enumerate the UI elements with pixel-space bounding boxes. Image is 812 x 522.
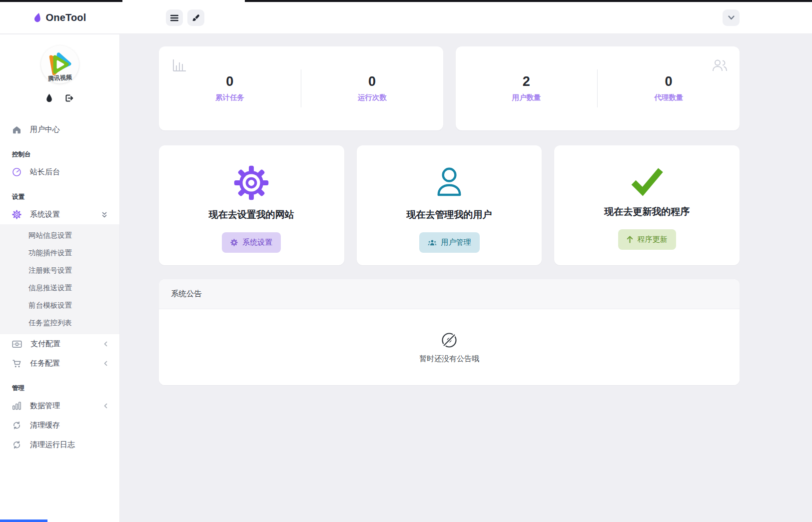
user-dropdown-button[interactable]: [723, 9, 740, 26]
system-settings-submenu: 网站信息设置 功能插件设置 注册账号设置 信息推送设置 前台模板设置 任务监控列…: [0, 224, 119, 334]
announcement-title: 系统公告: [159, 279, 740, 309]
checkmark-icon: [629, 165, 665, 197]
stat-users: 2 用户数量: [456, 69, 598, 107]
sidebar-section-settings: 设置: [0, 182, 119, 205]
sidebar-item-admin-panel[interactable]: 站长后台: [0, 162, 119, 182]
sidebar-item-label: 系统设置: [30, 210, 60, 219]
submenu-item-register[interactable]: 注册账号设置: [0, 262, 119, 279]
submenu-item-template[interactable]: 前台模板设置: [0, 297, 119, 314]
stat-value: 0: [226, 74, 233, 89]
users-small-icon: [428, 239, 437, 246]
action-title: 现在去管理我的用户: [407, 208, 492, 221]
bar-chart-corner-icon: [172, 58, 187, 72]
speedometer-icon: [12, 167, 21, 177]
bar-chart-icon: [12, 402, 21, 410]
sidebar-section-console: 控制台: [0, 139, 119, 162]
sidebar-item-label: 支付配置: [30, 339, 60, 349]
person-large-icon: [433, 165, 466, 200]
stat-agents: 0 代理数量: [598, 69, 740, 107]
sidebar-toggle-button[interactable]: [166, 9, 183, 26]
brand[interactable]: OneTool: [0, 12, 120, 23]
brand-droplet-icon: [33, 12, 42, 23]
action-card-settings: 现在去设置我的网站 系统设置: [159, 145, 344, 265]
sidebar-item-label: 数据管理: [30, 401, 60, 411]
main-content: 0 累计任务 0 运行次数 2 用户数量 0 代理数量: [120, 34, 812, 522]
stat-tasks: 0 累计任务: [159, 69, 301, 107]
stat-label: 运行次数: [358, 93, 387, 102]
disc-slash-icon: [440, 331, 458, 349]
stat-label: 用户数量: [512, 93, 541, 102]
sidebar-section-management: 管理: [0, 373, 119, 396]
user-management-button[interactable]: 用户管理: [419, 232, 480, 253]
stat-runs: 0 运行次数: [301, 69, 443, 107]
brand-name: OneTool: [45, 12, 86, 23]
system-settings-button[interactable]: 系统设置: [222, 232, 281, 253]
chevron-left-icon: [104, 403, 107, 409]
sidebar-menu: 用户中心 控制台 站长后台 设置: [0, 120, 119, 455]
sidebar-item-user-center[interactable]: 用户中心: [0, 120, 119, 139]
action-button-label: 用户管理: [441, 238, 471, 247]
sidebar-item-data-management[interactable]: 数据管理: [0, 396, 119, 416]
droplet-icon: [46, 94, 52, 102]
theme-button[interactable]: [187, 9, 204, 26]
sidebar-item-clear-cache[interactable]: 清理缓存: [0, 416, 119, 435]
submenu-item-site-info[interactable]: 网站信息设置: [0, 227, 119, 244]
cart-icon: [12, 359, 21, 368]
sidebar-item-label: 清理缓存: [30, 421, 60, 430]
gear-small-icon: [230, 239, 238, 246]
app-header: OneTool: [0, 2, 812, 34]
stat-label: 累计任务: [215, 93, 244, 102]
sidebar: 腾讯视频 用户中心 控制台 站长后台 设置: [0, 34, 120, 522]
chevron-down-icon: [728, 15, 735, 20]
sign-out-icon: [66, 95, 72, 101]
paintbrush-icon: [192, 14, 200, 22]
announcement-card: 系统公告 暂时还没有公告哦: [159, 279, 740, 385]
users-corner-icon: [712, 58, 728, 72]
sidebar-item-label: 任务配置: [30, 359, 60, 368]
house-icon: [12, 125, 21, 134]
avatar-label: 腾讯视频: [47, 73, 72, 83]
chevron-left-icon: [104, 341, 107, 347]
cash-icon: [12, 340, 22, 348]
gear-icon: [12, 210, 21, 219]
stats-card-tasks: 0 累计任务 0 运行次数: [159, 46, 443, 130]
top-strip-left: [0, 0, 122, 2]
submenu-item-task-monitor[interactable]: 任务监控列表: [0, 314, 119, 332]
submenu-item-push[interactable]: 信息推送设置: [0, 279, 119, 297]
chevron-left-icon: [104, 361, 107, 366]
action-title: 现在去设置我的网站: [209, 208, 294, 221]
sidebar-item-system-settings[interactable]: 系统设置: [0, 205, 119, 224]
sidebar-item-payment-config[interactable]: 支付配置: [0, 334, 119, 354]
sidebar-item-clear-run-logs[interactable]: 清理运行日志: [0, 435, 119, 455]
hamburger-icon: [170, 14, 178, 21]
action-card-update: 现在去更新我的程序 程序更新: [554, 145, 740, 265]
stat-value: 0: [368, 74, 376, 89]
action-button-label: 程序更新: [638, 235, 668, 244]
stat-label: 代理数量: [654, 93, 683, 102]
sidebar-item-label: 用户中心: [30, 125, 60, 134]
announcement-empty-state: 暂时还没有公告哦: [159, 309, 740, 385]
bottom-progress-bar: [0, 520, 47, 522]
action-card-users: 现在去管理我的用户 用户管理: [357, 145, 542, 265]
stat-value: 0: [665, 74, 673, 89]
action-button-label: 系统设置: [242, 238, 272, 247]
theme-droplet-button[interactable]: [45, 93, 53, 103]
logout-button[interactable]: [64, 93, 74, 103]
sidebar-item-task-config[interactable]: 任务配置: [0, 354, 119, 373]
refresh-icon: [12, 421, 21, 430]
sidebar-item-label: 清理运行日志: [30, 440, 75, 450]
announcement-empty-text: 暂时还没有公告哦: [419, 354, 479, 364]
double-chevron-down-icon: [101, 211, 107, 218]
top-loading-strip: [0, 0, 812, 2]
arrow-up-icon: [627, 236, 633, 243]
program-update-button[interactable]: 程序更新: [618, 229, 676, 250]
gear-large-icon: [234, 165, 269, 200]
top-strip-right: [245, 0, 812, 2]
avatar[interactable]: 腾讯视频: [41, 45, 79, 83]
refresh-icon: [12, 440, 21, 450]
stats-card-users: 2 用户数量 0 代理数量: [456, 46, 740, 130]
action-title: 现在去更新我的程序: [604, 205, 690, 218]
stat-value: 2: [523, 74, 530, 89]
submenu-item-plugins[interactable]: 功能插件设置: [0, 244, 119, 262]
sidebar-item-label: 站长后台: [30, 167, 60, 177]
